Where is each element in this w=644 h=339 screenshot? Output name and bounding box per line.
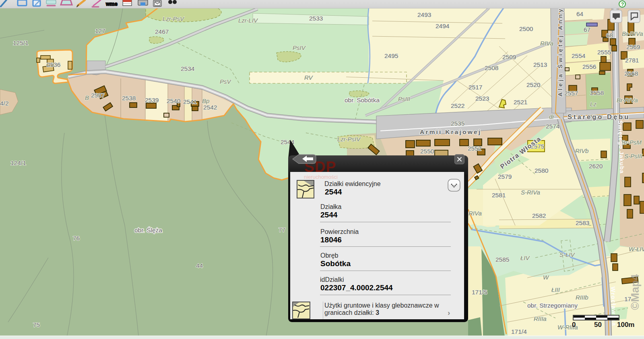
svg-text:dr: dr — [549, 113, 555, 120]
svg-text:2568: 2568 — [624, 70, 638, 77]
svg-text:2541: 2541 — [183, 98, 197, 105]
svg-text:2467: 2467 — [155, 28, 169, 35]
svg-text:2494: 2494 — [436, 23, 450, 29]
svg-text:2536: 2536 — [47, 61, 60, 68]
svg-text:2579: 2579 — [498, 173, 512, 180]
svg-text:77: 77 — [279, 226, 285, 233]
svg-text:Starego Dębu: Starego Dębu — [568, 113, 630, 120]
svg-text:0: 0 — [572, 321, 576, 329]
svg-text:Lzr-PsIV: Lzr-PsIV — [337, 136, 361, 143]
svg-text:2582: 2582 — [532, 212, 546, 219]
svg-text:Bp: Bp — [202, 97, 209, 104]
svg-text:76: 76 — [73, 235, 80, 242]
svg-text:2555: 2555 — [597, 49, 611, 56]
svg-text:RIIIa: RIIIa — [534, 315, 547, 322]
svg-text:67: 67 — [584, 26, 590, 33]
svg-text:2580: 2580 — [535, 167, 549, 174]
svg-text:2495: 2495 — [384, 52, 398, 59]
svg-text:2538: 2538 — [122, 95, 136, 101]
svg-text:obr. Sobótka: obr. Sobótka — [345, 97, 380, 103]
svg-text:75: 75 — [33, 321, 40, 328]
svg-text:Lzr-PsV: Lzr-PsV — [163, 15, 185, 22]
svg-text:2500: 2500 — [519, 25, 533, 32]
svg-text:2521: 2521 — [514, 99, 527, 105]
svg-text:Armii Krajowej: Armii Krajowej — [420, 128, 481, 135]
svg-text:RIVa: RIVa — [469, 210, 482, 217]
svg-text:2493: 2493 — [417, 11, 431, 18]
svg-text:2508: 2508 — [485, 64, 498, 71]
svg-text:2539: 2539 — [145, 97, 159, 103]
svg-text:2583: 2583 — [576, 219, 589, 226]
svg-text:50: 50 — [594, 321, 602, 329]
svg-text:127: 127 — [95, 27, 105, 34]
svg-text:68: 68 — [606, 32, 613, 39]
svg-text:2581: 2581 — [492, 192, 506, 198]
svg-text:44: 44 — [196, 262, 203, 269]
svg-text:2517: 2517 — [469, 84, 482, 91]
svg-text:W: W — [543, 274, 549, 281]
svg-text:B: B — [85, 94, 89, 101]
svg-text:64: 64 — [576, 10, 584, 17]
svg-text:125/1: 125/1 — [13, 39, 29, 46]
svg-text:Lzr-LIV: Lzr-LIV — [238, 17, 258, 24]
svg-text:2585: 2585 — [495, 256, 509, 263]
svg-text:RV: RV — [304, 74, 314, 81]
svg-text:PsIV: PsIV — [293, 44, 306, 51]
svg-text:2569: 2569 — [626, 43, 640, 50]
svg-text:obr. Strzegomiany: obr. Strzegomiany — [527, 302, 578, 309]
svg-text:124/1: 124/1 — [10, 159, 26, 166]
svg-text:2523: 2523 — [475, 95, 489, 102]
svg-text:Lz: Lz — [590, 101, 597, 107]
svg-text:RIIIb: RIIIb — [576, 294, 588, 301]
svg-text:2520: 2520 — [526, 81, 541, 88]
svg-text:ŁIV: ŁIV — [520, 254, 530, 261]
svg-text:W-ŁIV: W-ŁIV — [629, 246, 644, 252]
svg-text:obr. Ślęża: obr. Ślęża — [134, 227, 162, 234]
svg-text:2558: 2558 — [590, 89, 604, 96]
svg-text:2781: 2781 — [625, 57, 639, 64]
svg-text:S-PsIII: S-PsIII — [624, 153, 642, 159]
svg-text:2509: 2509 — [502, 54, 516, 60]
svg-text:2556: 2556 — [582, 63, 596, 70]
svg-text:171/4: 171/4 — [511, 328, 527, 335]
svg-text:PsIII: PsIII — [398, 95, 410, 102]
svg-text:2533: 2533 — [309, 15, 323, 22]
svg-text:2534: 2534 — [181, 65, 195, 72]
svg-text:2574: 2574 — [546, 123, 560, 130]
svg-text:S-ŁIV: S-ŁIV — [559, 251, 576, 258]
svg-text:PsV: PsV — [220, 78, 232, 85]
svg-text:2542: 2542 — [203, 104, 217, 111]
svg-text:RIVa: RIVa — [540, 40, 553, 47]
svg-text:RIVb: RIVb — [575, 147, 588, 154]
svg-text:2552: 2552 — [468, 145, 481, 152]
svg-text:2537: 2537 — [91, 92, 105, 99]
svg-text:2535: 2535 — [451, 120, 464, 127]
svg-text:2620: 2620 — [589, 163, 603, 170]
svg-text:S-RIVa: S-RIVa — [521, 189, 540, 196]
svg-text:ŁIII: ŁIII — [551, 286, 560, 293]
svg-text:2540: 2540 — [167, 97, 181, 104]
svg-text:2522: 2522 — [451, 102, 464, 109]
svg-text:Br-RIVa: Br-RIVa — [617, 97, 638, 103]
svg-text:171/5: 171/5 — [472, 289, 487, 296]
svg-text:100m: 100m — [617, 321, 634, 329]
svg-text:2550: 2550 — [420, 148, 434, 155]
svg-text:4/2: 4/2 — [0, 100, 9, 107]
svg-text:?: ? — [621, 2, 624, 7]
svg-text:2513: 2513 — [533, 61, 547, 68]
svg-text:2554: 2554 — [572, 52, 586, 59]
svg-text:Aleja Świętej Anny: Aleja Świętej Anny — [557, 8, 564, 97]
svg-text:Br-RIVa: Br-RIVa — [622, 30, 643, 37]
svg-text:wms: wms — [105, 1, 118, 7]
svg-text:©Map4: ©Map4 — [629, 274, 641, 310]
svg-text:2557: 2557 — [564, 90, 578, 97]
